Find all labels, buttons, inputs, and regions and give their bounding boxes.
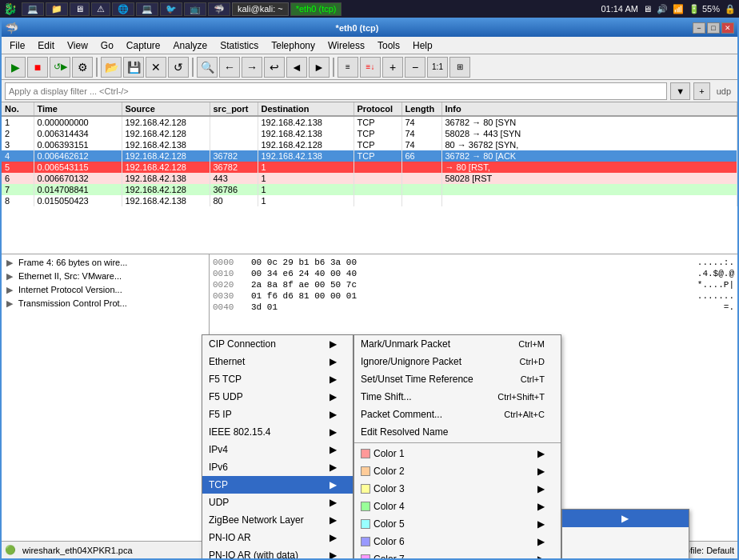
detail-ethernet[interactable]: ▶ Ethernet II, Src: VMware... — [3, 270, 207, 283]
table-row[interactable]: 1 0.000000000 192.168.42.128 192.168.42.… — [2, 116, 737, 128]
menu-f5tcp[interactable]: F5 TCP ▶ — [202, 370, 353, 388]
next-button[interactable]: → — [242, 57, 262, 78]
table-row[interactable]: 5 0.006543115 192.168.42.128 36782 1 → 8… — [2, 162, 737, 173]
menu-mark-packet[interactable]: Mark/Unmark Packet Ctrl+M — [354, 335, 561, 353]
menu-ethernet[interactable]: Ethernet ▶ — [202, 353, 353, 370]
table-row[interactable]: 3 0.006393151 192.168.42.138 192.168.42.… — [2, 139, 737, 150]
menu-edit-resolved[interactable]: Edit Resolved Name — [354, 423, 561, 441]
color1-swatch — [361, 449, 370, 458]
col-time: Time — [34, 102, 122, 116]
col-proto: Protocol — [354, 102, 401, 116]
menu-color6[interactable]: Color 6 ▶ — [354, 533, 561, 550]
bottom-panels: ▶ Frame 4: 66 bytes on wire... ▶ Etherne… — [2, 254, 737, 558]
menu-color2[interactable]: Color 2 ▶ — [354, 462, 561, 480]
colorize-button[interactable]: ≡ — [338, 57, 358, 78]
menu-ieee[interactable]: IEEE 802.15.4 ▶ — [202, 423, 353, 441]
menu-time-ref[interactable]: Set/Unset Time Reference Ctrl+T — [354, 370, 561, 388]
table-row[interactable]: 7 0.014708841 192.168.42.128 36786 1 — [2, 184, 737, 195]
open-button[interactable]: 📂 — [101, 57, 122, 78]
close-file-button[interactable]: ✕ — [146, 57, 166, 78]
color-submenu: ▶ — [561, 509, 689, 558]
titlebar: 🦈 *eth0 (tcp) − □ ✕ — [2, 19, 737, 37]
menu-tools[interactable]: Tools — [371, 38, 406, 53]
menu-statistics[interactable]: Statistics — [214, 38, 265, 53]
hex-row: 0040 3d 01 =. — [213, 302, 734, 312]
submenu-arrow-icon: ▶ — [330, 338, 337, 350]
menu-go[interactable]: Go — [94, 38, 120, 53]
sound-icon: 🔊 — [657, 4, 668, 14]
table-row[interactable]: 2 0.006314434 192.168.42.128 192.168.42.… — [2, 128, 737, 139]
col-no: No. — [2, 102, 34, 116]
minimize-button[interactable]: − — [693, 22, 705, 34]
menu-time-shift[interactable]: Time Shift... Ctrl+Shift+T — [354, 388, 561, 406]
sep3 — [333, 58, 334, 77]
menu-edit[interactable]: Edit — [31, 38, 61, 53]
menu-color3[interactable]: Color 3 ▶ — [354, 480, 561, 498]
menu-ipv6[interactable]: IPv6 ▶ — [202, 458, 353, 476]
menu-f5udp[interactable]: F5 UDP ▶ — [202, 388, 353, 406]
find-button[interactable]: 🔍 — [197, 57, 218, 78]
reload-button[interactable]: ↺ — [168, 57, 189, 78]
menu-cip[interactable]: CIP Connection ▶ — [202, 335, 353, 353]
menu-capture[interactable]: Capture — [120, 38, 167, 53]
detail-ip[interactable]: ▶ Internet Protocol Version... — [3, 283, 207, 297]
prev-button[interactable]: ← — [219, 57, 240, 78]
menu-ignore-packet[interactable]: Ignore/Unignore Packet Ctrl+D — [354, 353, 561, 370]
menu-packet-comment[interactable]: Packet Comment... Ctrl+Alt+C — [354, 406, 561, 423]
menu-color5[interactable]: Color 5 ▶ — [354, 515, 561, 533]
menu-pnio-ar-data[interactable]: PN-IO AR (with data) ▶ — [202, 546, 353, 558]
color3-swatch — [361, 484, 370, 494]
table-row[interactable]: 4 0.006462612 192.168.42.128 36782 192.1… — [2, 150, 737, 162]
stop-capture-button[interactable]: ■ — [27, 57, 48, 78]
hex-row: 0020 2a 8a 8f ae 00 50 7c *....P| — [213, 280, 734, 290]
menu-help[interactable]: Help — [406, 38, 439, 53]
hex-row: 0030 01 f6 d6 81 00 00 01 ....... — [213, 291, 734, 301]
restart-capture-button[interactable]: ↺▶ — [50, 57, 70, 78]
go-button[interactable]: ↩ — [264, 57, 285, 78]
menu-ipv4[interactable]: IPv4 ▶ — [202, 441, 353, 458]
window-title: *eth0 (tcp) — [22, 23, 693, 33]
next-match-button[interactable]: ► — [309, 57, 330, 78]
menu-color1[interactable]: Color 1 ▶ — [354, 445, 561, 462]
filter-add-button[interactable]: + — [693, 82, 709, 100]
table-row[interactable]: 6 0.006670132 192.168.42.138 443 1 58028… — [2, 173, 737, 184]
close-button[interactable]: ✕ — [721, 22, 734, 34]
filter-dropdown-button[interactable]: ▼ — [670, 82, 690, 100]
menu-pnio-ar[interactable]: PN-IO AR ▶ — [202, 529, 353, 546]
options-button[interactable]: ⚙ — [72, 57, 93, 78]
menu-separator — [354, 442, 561, 443]
layout-button[interactable]: ⊞ — [449, 57, 470, 78]
lock-icon: 🔒 — [725, 4, 736, 14]
save-button[interactable]: 💾 — [123, 57, 144, 78]
menu-tcp[interactable]: TCP ▶ — [202, 476, 353, 494]
menu-view[interactable]: View — [61, 38, 94, 53]
menu-telephony[interactable]: Telephony — [265, 38, 322, 53]
menu-wireless[interactable]: Wireless — [322, 38, 371, 53]
menu-analyze[interactable]: Analyze — [167, 38, 214, 53]
zoom-normal-button[interactable]: 1:1 — [427, 57, 448, 78]
maximize-button[interactable]: □ — [707, 22, 720, 34]
submenu-arrow-icon: ▶ — [330, 426, 337, 438]
col-info: Info — [441, 102, 737, 116]
detail-frame[interactable]: ▶ Frame 4: 66 bytes on wire... — [3, 256, 207, 270]
packet-table: No. Time Source src_port Destination Pro… — [2, 102, 737, 206]
menu-udp[interactable]: UDP ▶ — [202, 494, 353, 511]
autoscroll-button[interactable]: ≡↓ — [360, 57, 381, 78]
menu-zigbee[interactable]: ZigBee Network Layer ▶ — [202, 511, 353, 529]
filter-input[interactable] — [5, 82, 667, 100]
detail-tcp-text: Transmission Control Prot... — [18, 298, 127, 308]
zoom-out-button[interactable]: − — [405, 57, 425, 78]
prev-match-button[interactable]: ◄ — [286, 57, 307, 78]
menu-color4[interactable]: Color 4 ▶ — [354, 498, 561, 515]
color-submenu-highlighted[interactable]: ▶ — [562, 510, 689, 527]
app-icon: 🦈 — [5, 22, 18, 34]
menu-file[interactable]: File — [3, 38, 31, 53]
detail-tcp[interactable]: ▶ Transmission Control Prot... — [3, 297, 207, 310]
menu-f5ip[interactable]: F5 IP ▶ — [202, 406, 353, 423]
expand-icon: ▶ — [6, 285, 13, 294]
menu-color7[interactable]: Color 7 ▶ — [354, 550, 561, 558]
table-row[interactable]: 8 0.015050423 192.168.42.138 80 1 — [2, 195, 737, 206]
zoom-in-button[interactable]: + — [382, 57, 403, 78]
context-menu-container: CIP Connection ▶ Ethernet ▶ F5 TCP ▶ F5 … — [202, 334, 689, 558]
start-capture-button[interactable]: ▶ — [5, 57, 26, 78]
